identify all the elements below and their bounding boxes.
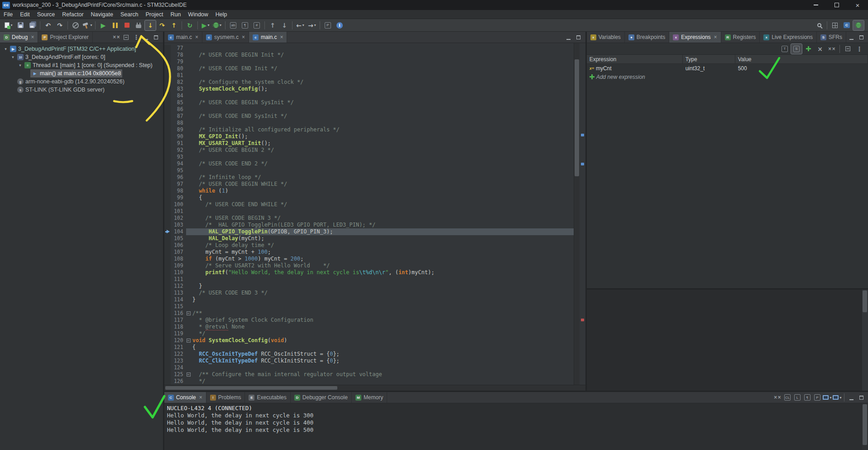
tab-project-explorer[interactable]: PProject Explorer (38, 32, 92, 43)
editor-annotation-gutter[interactable] (164, 337, 171, 344)
menu-source[interactable]: Source (34, 10, 59, 19)
tree-row-3-debugandprintf[interactable]: ▾▶3_DebugAndPrintF [STM32 C/C++ Applicat… (0, 45, 163, 53)
menu-edit[interactable]: Edit (16, 10, 34, 19)
suspend-icon[interactable] (110, 20, 120, 30)
line-number[interactable]: 109 (171, 262, 186, 269)
code-text[interactable]: if (myCnt > 1000) myCnt = 200; (192, 256, 574, 262)
line-number[interactable]: 102 (171, 215, 186, 222)
editor-annotation-gutter[interactable] (164, 201, 171, 208)
cpp-perspective-icon[interactable]: C (841, 20, 852, 30)
fold-gutter[interactable]: − (186, 371, 192, 378)
line-number[interactable]: 91 (171, 140, 186, 147)
code-text[interactable]: /** Configure the main internal regulato… (192, 371, 574, 378)
tab-main-c[interactable]: cmain.c× (164, 32, 202, 43)
menu-project[interactable]: Project (142, 10, 167, 19)
tab-console[interactable]: CConsole× (164, 392, 206, 403)
line-number[interactable]: 92 (171, 147, 186, 154)
tree-row-arm-none-eabi-gdb[interactable]: garm-none-eabi-gdb (14.2.90.20240526) (0, 77, 163, 86)
line-number[interactable]: 85 (171, 99, 186, 106)
line-number[interactable]: 82 (171, 79, 186, 86)
editor-annotation-gutter[interactable] (164, 58, 171, 65)
code-text[interactable]: MX_USART2_UART_Init(); (192, 140, 574, 147)
undo-icon[interactable]: ↶ (43, 20, 53, 30)
line-number[interactable]: 115 (171, 303, 186, 310)
code-text[interactable]: printf("Hello World, the delay in next c… (192, 269, 574, 276)
code-text[interactable]: HAL_GPIO_TogglePin(GPIOB, GPIO_PIN_3); (192, 228, 574, 235)
code-text[interactable]: /* USER CODE BEGIN Init */ (192, 52, 574, 58)
menu-refactor[interactable]: Refactor (58, 10, 87, 19)
code-text[interactable]: /* USER CODE BEGIN 2 */ (192, 147, 574, 154)
line-number[interactable]: 86 (171, 106, 186, 113)
editor-annotation-gutter[interactable] (164, 228, 171, 235)
code-text[interactable]: MX_GPIO_Init(); (192, 133, 574, 140)
mark-occurrences-icon[interactable]: ab (228, 20, 239, 30)
code-text[interactable]: * @brief System Clock Configuration (192, 317, 574, 324)
line-number[interactable]: 121 (171, 344, 186, 351)
editor-annotation-gutter[interactable] (164, 303, 171, 310)
save-all-icon[interactable] (27, 20, 38, 30)
code-area[interactable]: 7778 /* USER CODE BEGIN Init */7980 /* U… (164, 43, 574, 385)
code-text[interactable]: /* Infinite loop */ (192, 174, 574, 181)
tree-row-thread[interactable]: ▾≡Thread #1 [main] 1 [core: 0] (Suspende… (0, 61, 163, 69)
editor-annotation-gutter[interactable] (164, 344, 171, 351)
minimize-view-icon[interactable] (847, 33, 856, 42)
overview-marker-blue[interactable] (581, 134, 584, 136)
line-number[interactable]: 88 (171, 120, 186, 126)
line-number[interactable]: 98 (171, 188, 186, 194)
editor-annotation-gutter[interactable] (164, 147, 171, 154)
line-number[interactable]: 125 (171, 371, 186, 378)
line-number[interactable]: 101 (171, 208, 186, 215)
code-text[interactable] (192, 120, 574, 126)
collapse-all-icon[interactable] (122, 33, 131, 42)
pin-editor-icon[interactable]: P (322, 20, 333, 30)
save-icon[interactable] (15, 20, 26, 30)
code-text[interactable]: } (192, 296, 574, 303)
next-annotation-icon[interactable]: ↓ (279, 20, 290, 30)
open-console-icon[interactable]: ▾ (833, 393, 842, 402)
scrollbar-thumb[interactable] (863, 404, 867, 445)
editor-annotation-gutter[interactable] (164, 283, 171, 290)
code-text[interactable]: } (192, 283, 574, 290)
menu-search[interactable]: Search (117, 10, 142, 19)
code-text[interactable]: /** (192, 310, 574, 317)
code-text[interactable] (192, 276, 574, 283)
scrollbar-thumb[interactable] (575, 59, 579, 176)
line-number[interactable]: 81 (171, 72, 186, 79)
editor-annotation-gutter[interactable] (164, 256, 171, 262)
line-number[interactable]: 104 (171, 228, 186, 235)
editor-annotation-gutter[interactable] (164, 99, 171, 106)
column-header-type[interactable]: Type (683, 55, 735, 63)
editor-annotation-gutter[interactable] (164, 174, 171, 181)
tree-expander-icon[interactable]: ▾ (3, 47, 9, 51)
code-text[interactable] (192, 208, 574, 215)
editor-annotation-gutter[interactable] (164, 310, 171, 317)
minimize-view-icon[interactable] (847, 393, 856, 402)
remove-expression-icon[interactable]: × (815, 44, 825, 54)
add-expression-cell[interactable]: Add new expression (587, 74, 683, 80)
editor-annotation-gutter[interactable] (164, 188, 171, 194)
line-number[interactable]: 110 (171, 269, 186, 276)
new-wizard-icon[interactable]: ▾ (3, 20, 14, 30)
fold-collapse-icon[interactable]: − (187, 373, 191, 377)
code-text[interactable]: /* HAL GPIO TogglePin(LED3 GPIO PORT, LE… (192, 222, 574, 228)
editor-annotation-gutter[interactable] (164, 317, 171, 324)
detail-scrollbar[interactable] (862, 290, 868, 391)
collapse-all-icon[interactable] (842, 44, 853, 54)
disconnect-icon[interactable] (133, 20, 144, 30)
close-icon[interactable]: × (31, 34, 34, 40)
editor-annotation-gutter[interactable] (164, 249, 171, 256)
code-text[interactable]: /* USER CODE BEGIN SysInit */ (192, 99, 574, 106)
code-text[interactable]: SystemClock_Config(); (192, 86, 574, 92)
code-text[interactable] (192, 58, 574, 65)
editor-annotation-gutter[interactable] (164, 86, 171, 92)
editor-annotation-gutter[interactable] (164, 378, 171, 385)
tab-registers[interactable]: RRegisters (721, 32, 760, 43)
line-number[interactable]: 83 (171, 86, 186, 92)
line-number[interactable]: 123 (171, 358, 186, 364)
add-new-expression-row[interactable]: Add new expression (587, 73, 868, 81)
maximize-view-icon[interactable] (857, 33, 866, 42)
editor-annotation-gutter[interactable] (164, 133, 171, 140)
back-icon[interactable]: ←▾ (295, 20, 306, 30)
show-type-names-icon[interactable]: T (779, 44, 790, 54)
editor-annotation-gutter[interactable] (164, 371, 171, 378)
